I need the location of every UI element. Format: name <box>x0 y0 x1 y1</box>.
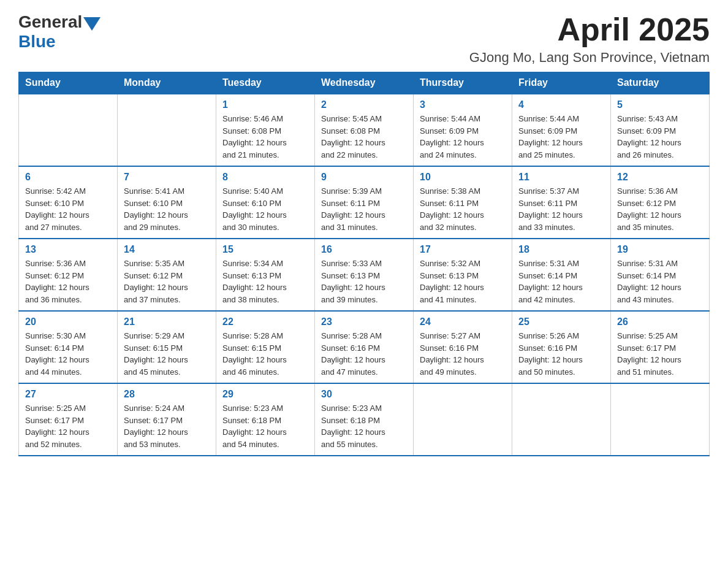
day-info: Sunrise: 5:39 AM Sunset: 6:11 PM Dayligh… <box>321 185 407 233</box>
day-info: Sunrise: 5:31 AM Sunset: 6:14 PM Dayligh… <box>518 258 604 305</box>
calendar-table: Sunday Monday Tuesday Wednesday Thursday… <box>18 72 710 456</box>
table-row: 30Sunrise: 5:23 AM Sunset: 6:18 PM Dayli… <box>315 383 414 456</box>
day-number: 11 <box>518 172 604 183</box>
calendar-subtitle: GJong Mo, Lang Son Province, Vietnam <box>469 50 710 66</box>
day-number: 13 <box>25 244 111 255</box>
day-info: Sunrise: 5:25 AM Sunset: 6:17 PM Dayligh… <box>617 330 703 378</box>
table-row: 11Sunrise: 5:37 AM Sunset: 6:11 PM Dayli… <box>512 166 611 239</box>
day-number: 5 <box>617 99 703 110</box>
day-info: Sunrise: 5:23 AM Sunset: 6:18 PM Dayligh… <box>222 402 308 450</box>
day-number: 27 <box>25 389 111 400</box>
col-tuesday: Tuesday <box>216 72 315 94</box>
day-number: 7 <box>124 172 210 183</box>
day-number: 28 <box>124 389 210 400</box>
day-number: 14 <box>124 244 210 255</box>
table-row: 6Sunrise: 5:42 AM Sunset: 6:10 PM Daylig… <box>19 166 118 239</box>
table-row: 12Sunrise: 5:36 AM Sunset: 6:12 PM Dayli… <box>611 166 710 239</box>
day-info: Sunrise: 5:43 AM Sunset: 6:09 PM Dayligh… <box>617 113 703 161</box>
table-row <box>118 94 216 166</box>
table-row: 18Sunrise: 5:31 AM Sunset: 6:14 PM Dayli… <box>512 239 611 311</box>
day-number: 17 <box>420 244 506 255</box>
calendar-week-row: 1Sunrise: 5:46 AM Sunset: 6:08 PM Daylig… <box>19 94 710 166</box>
table-row: 19Sunrise: 5:31 AM Sunset: 6:14 PM Dayli… <box>611 239 710 311</box>
calendar-week-row: 13Sunrise: 5:36 AM Sunset: 6:12 PM Dayli… <box>19 239 710 311</box>
day-info: Sunrise: 5:44 AM Sunset: 6:09 PM Dayligh… <box>420 113 506 161</box>
day-info: Sunrise: 5:37 AM Sunset: 6:11 PM Dayligh… <box>518 185 604 233</box>
table-row: 13Sunrise: 5:36 AM Sunset: 6:12 PM Dayli… <box>19 239 118 311</box>
day-number: 9 <box>321 172 407 183</box>
table-row: 16Sunrise: 5:33 AM Sunset: 6:13 PM Dayli… <box>315 239 414 311</box>
day-info: Sunrise: 5:38 AM Sunset: 6:11 PM Dayligh… <box>420 185 506 233</box>
day-info: Sunrise: 5:44 AM Sunset: 6:09 PM Dayligh… <box>518 113 604 161</box>
day-number: 2 <box>321 99 407 110</box>
table-row <box>19 94 118 166</box>
day-info: Sunrise: 5:26 AM Sunset: 6:16 PM Dayligh… <box>518 330 604 378</box>
day-number: 10 <box>420 172 506 183</box>
day-number: 19 <box>617 244 703 255</box>
col-saturday: Saturday <box>611 72 710 94</box>
table-row <box>512 383 611 456</box>
day-number: 20 <box>25 316 111 327</box>
table-row: 14Sunrise: 5:35 AM Sunset: 6:12 PM Dayli… <box>118 239 216 311</box>
day-number: 18 <box>518 244 604 255</box>
table-row: 23Sunrise: 5:28 AM Sunset: 6:16 PM Dayli… <box>315 311 414 383</box>
title-block: April 2025 GJong Mo, Lang Son Province, … <box>469 12 710 66</box>
col-wednesday: Wednesday <box>315 72 414 94</box>
table-row: 15Sunrise: 5:34 AM Sunset: 6:13 PM Dayli… <box>216 239 315 311</box>
day-info: Sunrise: 5:28 AM Sunset: 6:15 PM Dayligh… <box>222 330 308 378</box>
calendar-week-row: 6Sunrise: 5:42 AM Sunset: 6:10 PM Daylig… <box>19 166 710 239</box>
day-info: Sunrise: 5:28 AM Sunset: 6:16 PM Dayligh… <box>321 330 407 378</box>
day-info: Sunrise: 5:33 AM Sunset: 6:13 PM Dayligh… <box>321 258 407 305</box>
table-row: 20Sunrise: 5:30 AM Sunset: 6:14 PM Dayli… <box>19 311 118 383</box>
day-info: Sunrise: 5:31 AM Sunset: 6:14 PM Dayligh… <box>617 258 703 305</box>
table-row: 7Sunrise: 5:41 AM Sunset: 6:10 PM Daylig… <box>118 166 216 239</box>
table-row: 4Sunrise: 5:44 AM Sunset: 6:09 PM Daylig… <box>512 94 611 166</box>
logo-blue-text: Blue <box>18 32 100 52</box>
table-row <box>611 383 710 456</box>
day-number: 4 <box>518 99 604 110</box>
logo: General Blue <box>18 12 100 52</box>
col-friday: Friday <box>512 72 611 94</box>
day-number: 25 <box>518 316 604 327</box>
day-number: 22 <box>222 316 308 327</box>
table-row: 1Sunrise: 5:46 AM Sunset: 6:08 PM Daylig… <box>216 94 315 166</box>
day-number: 6 <box>25 172 111 183</box>
table-row: 29Sunrise: 5:23 AM Sunset: 6:18 PM Dayli… <box>216 383 315 456</box>
table-row: 28Sunrise: 5:24 AM Sunset: 6:17 PM Dayli… <box>118 383 216 456</box>
day-number: 15 <box>222 244 308 255</box>
day-info: Sunrise: 5:35 AM Sunset: 6:12 PM Dayligh… <box>124 258 210 305</box>
day-number: 30 <box>321 389 407 400</box>
table-row: 17Sunrise: 5:32 AM Sunset: 6:13 PM Dayli… <box>414 239 512 311</box>
day-info: Sunrise: 5:34 AM Sunset: 6:13 PM Dayligh… <box>222 258 308 305</box>
day-info: Sunrise: 5:24 AM Sunset: 6:17 PM Dayligh… <box>124 402 210 450</box>
day-number: 23 <box>321 316 407 327</box>
calendar-header-row: Sunday Monday Tuesday Wednesday Thursday… <box>19 72 710 94</box>
day-number: 1 <box>222 99 308 110</box>
table-row: 2Sunrise: 5:45 AM Sunset: 6:08 PM Daylig… <box>315 94 414 166</box>
day-info: Sunrise: 5:36 AM Sunset: 6:12 PM Dayligh… <box>617 185 703 233</box>
day-info: Sunrise: 5:29 AM Sunset: 6:15 PM Dayligh… <box>124 330 210 378</box>
table-row: 9Sunrise: 5:39 AM Sunset: 6:11 PM Daylig… <box>315 166 414 239</box>
logo-triangle-icon <box>83 17 100 31</box>
page-header: General Blue April 2025 GJong Mo, Lang S… <box>18 12 710 66</box>
day-info: Sunrise: 5:42 AM Sunset: 6:10 PM Dayligh… <box>25 185 111 233</box>
calendar-title: April 2025 <box>469 12 710 47</box>
logo-general-text: General <box>18 12 82 32</box>
table-row: 24Sunrise: 5:27 AM Sunset: 6:16 PM Dayli… <box>414 311 512 383</box>
day-number: 26 <box>617 316 703 327</box>
day-info: Sunrise: 5:46 AM Sunset: 6:08 PM Dayligh… <box>222 113 308 161</box>
day-info: Sunrise: 5:32 AM Sunset: 6:13 PM Dayligh… <box>420 258 506 305</box>
day-number: 3 <box>420 99 506 110</box>
calendar-week-row: 27Sunrise: 5:25 AM Sunset: 6:17 PM Dayli… <box>19 383 710 456</box>
col-sunday: Sunday <box>19 72 118 94</box>
day-info: Sunrise: 5:23 AM Sunset: 6:18 PM Dayligh… <box>321 402 407 450</box>
table-row: 8Sunrise: 5:40 AM Sunset: 6:10 PM Daylig… <box>216 166 315 239</box>
day-number: 29 <box>222 389 308 400</box>
table-row: 21Sunrise: 5:29 AM Sunset: 6:15 PM Dayli… <box>118 311 216 383</box>
table-row: 5Sunrise: 5:43 AM Sunset: 6:09 PM Daylig… <box>611 94 710 166</box>
day-info: Sunrise: 5:25 AM Sunset: 6:17 PM Dayligh… <box>25 402 111 450</box>
table-row: 3Sunrise: 5:44 AM Sunset: 6:09 PM Daylig… <box>414 94 512 166</box>
col-thursday: Thursday <box>414 72 512 94</box>
col-monday: Monday <box>118 72 216 94</box>
day-info: Sunrise: 5:27 AM Sunset: 6:16 PM Dayligh… <box>420 330 506 378</box>
